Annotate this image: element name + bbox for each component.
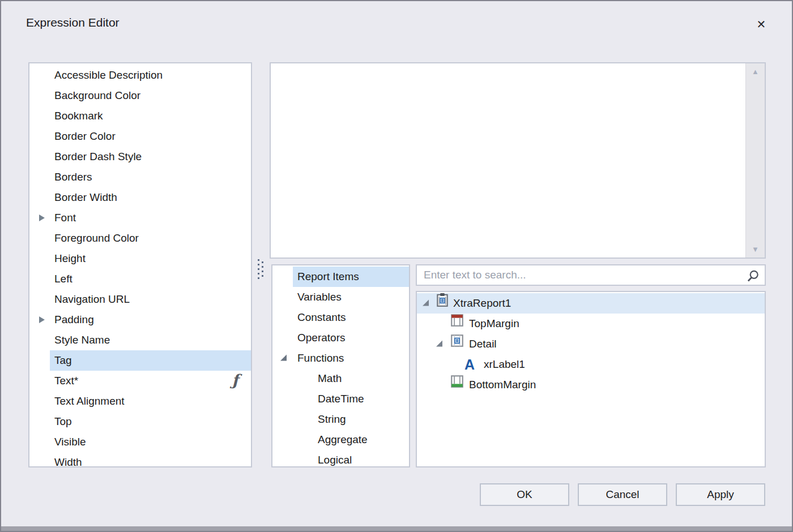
- tree-node-label: TopMargin: [469, 314, 519, 334]
- expand-arrow-icon[interactable]: [39, 214, 45, 221]
- property-label: Text*: [54, 375, 78, 387]
- dialog-title: Expression Editor: [26, 16, 120, 29]
- category-label: Math: [318, 372, 342, 384]
- expression-editor-dialog: Expression Editor ✕ Accessible Descripti…: [0, 0, 793, 532]
- category-label: String: [318, 413, 346, 425]
- ok-button[interactable]: OK: [480, 483, 569, 506]
- bottom-margin-band-icon: [450, 374, 464, 396]
- property-label: Left: [54, 273, 73, 285]
- property-label: Bookmark: [54, 110, 103, 122]
- dialog-bottom-edge: [1, 526, 792, 531]
- tree-row-topmargin[interactable]: TopMargin: [417, 314, 765, 334]
- category-item[interactable]: Math: [272, 368, 409, 389]
- property-label: Background Color: [54, 89, 140, 101]
- property-item[interactable]: Navigation URL: [29, 289, 251, 310]
- report-tree: XtraReport1 TopMargin: [416, 291, 766, 467]
- property-item[interactable]: Text Alignment: [29, 391, 251, 411]
- property-item[interactable]: Border Width: [29, 187, 251, 208]
- property-item-text[interactable]: Text*ƒ: [29, 371, 251, 391]
- property-label: Style Name: [54, 334, 110, 346]
- scroll-down-icon[interactable]: ▼: [746, 245, 765, 254]
- category-item[interactable]: DateTime: [272, 389, 409, 409]
- search-input[interactable]: [417, 265, 765, 285]
- vertical-scrollbar[interactable]: ▲ ▼: [745, 63, 765, 258]
- property-item[interactable]: Left: [29, 269, 251, 289]
- property-label: Padding: [54, 314, 94, 325]
- tree-node-label: XtraReport1: [453, 293, 511, 314]
- property-label: Accessible Description: [54, 69, 163, 81]
- collapse-arrow-icon[interactable]: [423, 300, 429, 306]
- property-label: Top: [54, 415, 72, 427]
- cancel-button[interactable]: Cancel: [578, 483, 667, 506]
- splitter-grip-icon[interactable]: [257, 259, 265, 285]
- tree-node-label: xrLabel1: [484, 354, 525, 375]
- property-label: Tag: [54, 354, 72, 366]
- property-item[interactable]: Width: [29, 452, 251, 467]
- property-item[interactable]: Background Color: [29, 85, 251, 106]
- property-item[interactable]: Style Name: [29, 330, 251, 350]
- property-item[interactable]: Bookmark: [29, 106, 251, 126]
- category-item[interactable]: Logical: [272, 450, 409, 467]
- top-margin-band-icon: [450, 313, 464, 334]
- property-label: Border Color: [54, 130, 116, 142]
- category-label: Operators: [297, 332, 345, 344]
- property-label: Visible: [54, 436, 86, 448]
- expression-editor-area[interactable]: ▲ ▼: [270, 62, 766, 259]
- tree-row-xrlabel[interactable]: A xrLabel1: [417, 354, 765, 375]
- category-item[interactable]: Operators: [272, 328, 409, 348]
- collapse-arrow-icon[interactable]: [280, 355, 287, 361]
- property-label: Height: [54, 252, 86, 264]
- property-item[interactable]: Accessible Description: [29, 65, 251, 85]
- category-label: Aggregate: [318, 434, 368, 445]
- category-item[interactable]: String: [272, 409, 409, 430]
- category-item[interactable]: Variables: [272, 287, 409, 307]
- property-item[interactable]: Visible: [29, 432, 251, 452]
- category-item[interactable]: Aggregate: [272, 430, 409, 450]
- properties-list: Accessible Description Background Color …: [28, 62, 252, 467]
- tree-row-detail[interactable]: Detail: [417, 334, 765, 354]
- tree-node-label: BottomMargin: [469, 375, 536, 395]
- property-item[interactable]: Border Color: [29, 126, 251, 147]
- property-item[interactable]: Borders: [29, 167, 251, 187]
- category-label: Constants: [297, 311, 346, 323]
- property-label: Font: [54, 212, 76, 224]
- detail-band-icon: [450, 333, 464, 355]
- property-item[interactable]: Top: [29, 411, 251, 432]
- property-label: Borders: [54, 171, 92, 183]
- property-label: Foreground Color: [54, 232, 139, 244]
- expand-arrow-icon[interactable]: [39, 316, 45, 323]
- property-label: Navigation URL: [54, 293, 130, 305]
- category-label: Variables: [297, 291, 342, 303]
- scroll-up-icon[interactable]: ▲: [746, 67, 765, 76]
- apply-button[interactable]: Apply: [676, 483, 765, 506]
- search-box: [416, 264, 766, 286]
- property-item[interactable]: Height: [29, 248, 251, 269]
- property-label: Border Dash Style: [54, 151, 142, 162]
- tree-node-label: Detail: [469, 334, 497, 354]
- close-icon[interactable]: ✕: [751, 15, 771, 34]
- category-label: Logical: [318, 454, 352, 466]
- report-icon: [435, 293, 450, 314]
- search-icon[interactable]: [745, 269, 760, 284]
- category-item-functions[interactable]: Functions: [272, 348, 409, 368]
- property-label: Border Width: [54, 191, 117, 203]
- tree-row-xtrareport[interactable]: XtraReport1: [417, 293, 765, 314]
- category-item[interactable]: Constants: [272, 307, 409, 328]
- category-label: Functions: [297, 352, 344, 364]
- tree-row-bottommargin[interactable]: BottomMargin: [417, 375, 765, 395]
- category-label: DateTime: [318, 393, 364, 405]
- label-icon: A: [464, 357, 475, 372]
- property-label: Width: [54, 456, 82, 467]
- property-item-padding[interactable]: Padding: [29, 310, 251, 330]
- function-icon: ƒ: [232, 371, 238, 390]
- property-item[interactable]: Border Dash Style: [29, 147, 251, 167]
- property-item[interactable]: Foreground Color: [29, 228, 251, 248]
- property-label: Text Alignment: [54, 395, 125, 407]
- property-item-tag-selected[interactable]: Tag: [29, 350, 251, 371]
- category-label: Report Items: [297, 271, 359, 282]
- property-item-font[interactable]: Font: [29, 208, 251, 228]
- categories-list: Report Items Variables Constants Operato…: [271, 264, 410, 467]
- category-item-report-items-selected[interactable]: Report Items: [272, 267, 409, 287]
- collapse-arrow-icon[interactable]: [436, 341, 442, 347]
